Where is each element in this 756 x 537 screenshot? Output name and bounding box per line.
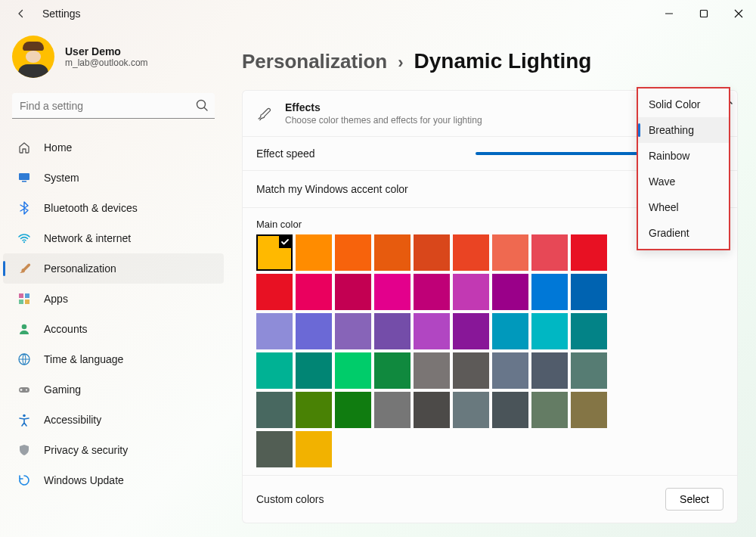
effects-option-rainbow[interactable]: Rainbow: [638, 143, 729, 169]
sidebar-item-home[interactable]: Home: [0, 132, 227, 163]
effects-option-breathing[interactable]: Breathing: [638, 117, 729, 143]
color-swatch[interactable]: [492, 274, 528, 310]
color-swatch[interactable]: [414, 234, 450, 271]
sidebar-item-label: Bluetooth & devices: [44, 202, 138, 214]
color-swatch[interactable]: [256, 234, 293, 271]
color-swatch[interactable]: [296, 392, 332, 428]
accent-color-label: Match my Windows accent color: [256, 183, 408, 195]
sidebar-item-time-language[interactable]: Time & language: [0, 344, 227, 374]
sidebar-item-accounts[interactable]: Accounts: [0, 314, 227, 344]
brush-icon: [17, 261, 32, 276]
color-swatch[interactable]: [296, 274, 332, 310]
color-swatch[interactable]: [492, 234, 528, 271]
sidebar-item-apps[interactable]: Apps: [0, 284, 227, 314]
svg-line-3: [204, 107, 207, 110]
color-swatch[interactable]: [296, 234, 332, 271]
sidebar-item-privacy-security[interactable]: Privacy & security: [0, 435, 227, 465]
color-swatch[interactable]: [571, 274, 607, 310]
color-swatch[interactable]: [335, 352, 371, 389]
color-swatch[interactable]: [531, 352, 568, 389]
color-swatch[interactable]: [374, 313, 411, 349]
monitor-icon: [17, 170, 32, 185]
color-swatch[interactable]: [256, 431, 293, 467]
color-swatch[interactable]: [335, 392, 371, 428]
sidebar-item-label: Network & internet: [44, 232, 131, 244]
effect-speed-label: Effect speed: [256, 147, 476, 160]
sidebar-item-label: Apps: [44, 293, 68, 305]
color-swatch[interactable]: [256, 274, 293, 310]
select-color-button[interactable]: Select: [665, 488, 723, 511]
color-swatch[interactable]: [256, 392, 293, 428]
bluetooth-icon: [17, 200, 32, 216]
effects-title: Effects: [285, 101, 482, 113]
color-swatch[interactable]: [296, 431, 332, 467]
sidebar-item-personalization[interactable]: Personalization: [3, 253, 224, 284]
sidebar-item-accessibility[interactable]: Accessibility: [0, 405, 227, 435]
color-swatch[interactable]: [531, 392, 568, 428]
accessibility-icon: [17, 412, 32, 427]
color-swatch[interactable]: [492, 313, 528, 349]
search-field[interactable]: [12, 93, 215, 119]
search-icon: [195, 98, 209, 112]
effects-option-gradient[interactable]: Gradient: [638, 220, 729, 246]
sidebar-item-label: Home: [44, 141, 72, 154]
arrow-left-icon: [17, 8, 26, 20]
sidebar-item-label: Windows Update: [44, 474, 124, 486]
color-swatch[interactable]: [374, 274, 411, 310]
window-titlebar: Settings: [0, 0, 756, 26]
color-swatch[interactable]: [531, 313, 568, 349]
color-swatch[interactable]: [453, 352, 489, 389]
color-swatch[interactable]: [531, 274, 568, 310]
color-swatch[interactable]: [374, 234, 411, 271]
sidebar-item-label: System: [44, 172, 79, 184]
effects-option-wheel[interactable]: Wheel: [638, 194, 729, 220]
color-swatch[interactable]: [256, 313, 293, 349]
color-swatch[interactable]: [571, 352, 607, 389]
svg-rect-7: [19, 293, 23, 298]
svg-rect-9: [19, 300, 23, 304]
sidebar-item-label: Personalization: [44, 262, 116, 275]
color-swatch[interactable]: [374, 392, 411, 428]
color-swatch[interactable]: [492, 352, 528, 389]
color-swatch[interactable]: [571, 392, 607, 428]
sidebar-item-windows-update[interactable]: Windows Update: [0, 465, 227, 495]
color-swatch[interactable]: [492, 392, 528, 428]
update-icon: [17, 473, 32, 488]
close-button[interactable]: [721, 0, 756, 26]
profile-block[interactable]: User Demo m_lab@outlook.com: [0, 31, 227, 93]
color-swatch[interactable]: [453, 274, 489, 310]
color-swatch[interactable]: [531, 234, 568, 271]
sidebar-item-label: Accessibility: [44, 414, 101, 426]
color-swatch[interactable]: [414, 274, 450, 310]
sidebar-item-gaming[interactable]: Gaming: [0, 374, 227, 405]
color-swatch[interactable]: [256, 352, 293, 389]
sidebar-item-system[interactable]: System: [0, 163, 227, 193]
sidebar-item-bluetooth-devices[interactable]: Bluetooth & devices: [0, 193, 227, 223]
effects-option-solid-color[interactable]: Solid Color: [638, 92, 729, 117]
color-swatch[interactable]: [453, 313, 489, 349]
color-swatch[interactable]: [571, 313, 607, 349]
color-swatch[interactable]: [335, 313, 371, 349]
color-swatch[interactable]: [414, 392, 450, 428]
breadcrumb-parent[interactable]: Personalization: [242, 50, 387, 73]
effects-option-wave[interactable]: Wave: [638, 169, 729, 194]
color-swatch[interactable]: [414, 352, 450, 389]
color-swatch[interactable]: [296, 352, 332, 389]
sidebar-item-network-internet[interactable]: Network & internet: [0, 223, 227, 253]
color-swatch[interactable]: [571, 234, 607, 271]
maximize-button[interactable]: [686, 0, 721, 26]
svg-rect-10: [25, 300, 29, 304]
color-swatch[interactable]: [414, 313, 450, 349]
color-swatch[interactable]: [374, 352, 411, 389]
breadcrumb: Personalization › Dynamic Lighting: [242, 49, 738, 73]
color-swatch[interactable]: [453, 392, 489, 428]
minimize-button[interactable]: [652, 0, 686, 26]
color-swatch[interactable]: [296, 313, 332, 349]
color-swatch[interactable]: [335, 234, 371, 271]
color-swatch[interactable]: [453, 234, 489, 271]
back-button[interactable]: [12, 5, 30, 23]
globe-icon: [17, 352, 32, 367]
color-swatch[interactable]: [335, 274, 371, 310]
effects-dropdown: Solid ColorBreathingRainbowWaveWheelGrad…: [637, 87, 730, 250]
search-input[interactable]: [12, 93, 215, 119]
